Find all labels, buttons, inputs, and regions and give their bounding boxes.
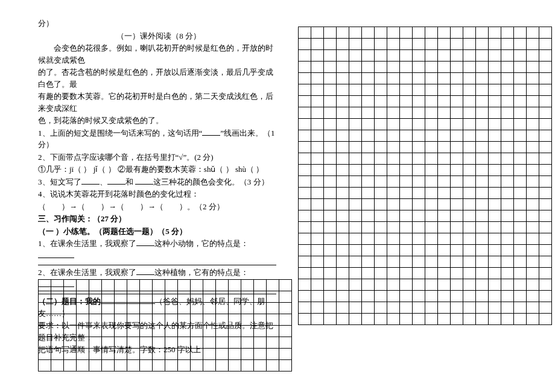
writing-grid-bottom[interactable]: [38, 279, 292, 371]
s3-q2-blank1[interactable]: [136, 267, 154, 275]
question-1: 1、上面的短文是围绕一句话来写的，这句话用“”线画出来。（1 分）: [38, 127, 279, 151]
q4-c: ）→（: [101, 202, 124, 211]
q4-end: ）。（2 分）: [179, 202, 224, 211]
s3-q1a: 1、在课余生活里，我观察了: [38, 239, 136, 248]
q3-mid1: 、: [100, 177, 107, 186]
s3-q2a: 2、在课余生活里，我观察了: [38, 268, 136, 277]
writing-grid-right[interactable]: [298, 27, 552, 325]
q3-blank-3[interactable]: [135, 176, 153, 185]
passage-line-1: 会变色的花很多。例如，喇叭花初开的时候是红色的，开放的时候就变成紫色: [38, 42, 279, 66]
q4-d: ）→（: [140, 202, 163, 211]
passage-line-4: 色，到花落的时候又变成紫色的了。: [38, 115, 279, 127]
passage-line-2: 的了。杏花含苞的时候是红色的，开放以后逐渐变淡，最后几乎变成白色了。最: [38, 66, 279, 90]
s3-q2b: 这种植物，它有的特点是：: [154, 268, 249, 277]
question-2: 2、下面带点字应读哪个音，在括号里打“√”。(2 分): [38, 151, 279, 163]
q3-blank-1[interactable]: [81, 176, 100, 185]
q3-blank-2[interactable]: [107, 176, 125, 185]
s3-q1-blank2[interactable]: [38, 250, 74, 258]
s3-q1-blank1[interactable]: [136, 238, 154, 246]
q4-b: ）→（: [62, 202, 85, 211]
q1-blank[interactable]: [202, 127, 220, 136]
section3-title: 三、习作闯关：（27 分）: [38, 213, 279, 225]
section1-title: （一）课外阅读（8 分）: [38, 30, 279, 42]
section3-sub1: （一 ）小练笔。（两题任选一题）（5 分）: [38, 226, 279, 238]
s3-q1b: 这种小动物，它的特点是：: [154, 239, 249, 248]
q3-mid2: 和: [125, 177, 133, 186]
q1-text-a: 1、上面的短文是围绕一句话来写的，这句话用“: [38, 128, 202, 138]
q3-post: 这三种花的颜色会变化。（3 分）: [153, 177, 269, 186]
fragment-fen: 分）: [38, 17, 279, 30]
q4-a: （: [38, 202, 46, 211]
s3-q1: 1、在课余生活里，我观察了这种小动物，它的特点是：: [38, 238, 279, 261]
q3-pre: 3、短文写了: [38, 177, 81, 186]
question-4-flow: （ ）→（ ）→（ ）→（ ）。（2 分）: [38, 201, 279, 213]
rule-1: [38, 265, 276, 265]
question-3: 3、短文写了、和 这三种花的颜色会变化。（3 分）: [38, 176, 279, 188]
passage-line-3: 有趣的要数木芙蓉。它的花初开时是白色的，第二天变成浅红色，后来变成深红: [38, 90, 279, 114]
question-4: 4、说说木芙蓉花开到花落时颜色的变化过程：: [38, 188, 279, 200]
question-2-options: ①几乎：jī（ ） jǐ（ ） ②最有趣的要数木芙蓉：shǔ（ ） shù（ ）: [38, 163, 279, 175]
